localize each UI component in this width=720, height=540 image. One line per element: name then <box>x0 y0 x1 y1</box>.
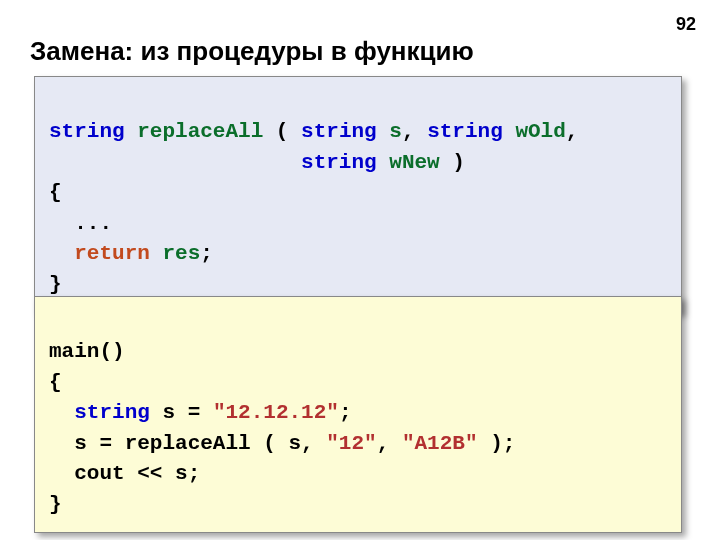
call-lhs: s = replaceAll ( s, <box>74 432 326 455</box>
code-line-3: string s = "12.12.12"; <box>49 401 352 424</box>
semicolon: ; <box>339 401 352 424</box>
call-tail: ); <box>478 432 516 455</box>
string-literal: "12" <box>326 432 376 455</box>
identifier-res: res <box>162 242 200 265</box>
keyword-string: string <box>427 120 503 143</box>
string-literal: "12.12.12" <box>213 401 339 424</box>
code-line-2: string wNew ) <box>49 151 465 174</box>
indent <box>49 462 74 485</box>
space <box>150 401 163 424</box>
code-line-5: cout << s; <box>49 462 200 485</box>
trailing-comma: , <box>566 120 579 143</box>
keyword-string: string <box>49 120 125 143</box>
keyword-string: string <box>74 401 150 424</box>
space <box>150 242 163 265</box>
code-line-1: main() <box>49 340 125 363</box>
page-number: 92 <box>676 14 696 35</box>
code-line-2: { <box>49 371 62 394</box>
comma: , <box>377 432 402 455</box>
comma: , <box>402 120 427 143</box>
keyword-string: string <box>301 151 377 174</box>
code-block-main: main() { string s = "12.12.12"; s = repl… <box>34 296 682 533</box>
code-block-definition: string replaceAll ( string s, string wOl… <box>34 76 682 313</box>
code-line-1: string replaceAll ( string s, string wOl… <box>49 120 578 143</box>
indent <box>49 242 74 265</box>
cout-statement: cout << s; <box>74 462 200 485</box>
semicolon: ; <box>200 242 213 265</box>
equals: = <box>175 401 213 424</box>
param-s: s <box>389 120 402 143</box>
space <box>377 120 390 143</box>
var-s: s <box>162 401 175 424</box>
keyword-string: string <box>301 120 377 143</box>
code-line-5: return res; <box>49 242 213 265</box>
keyword-return: return <box>74 242 150 265</box>
space <box>377 151 390 174</box>
space <box>125 120 138 143</box>
code-line-4: ... <box>49 212 112 235</box>
code-line-6: } <box>49 273 62 296</box>
space <box>503 120 516 143</box>
indent <box>49 401 74 424</box>
indent <box>49 432 74 455</box>
slide-heading: Замена: из процедуры в функцию <box>30 36 474 67</box>
paren-open: ( <box>263 120 301 143</box>
function-name: replaceAll <box>137 120 263 143</box>
code-line-6: } <box>49 493 62 516</box>
paren-close: ) <box>440 151 465 174</box>
indent <box>49 151 301 174</box>
code-line-4: s = replaceAll ( s, "12", "A12B" ); <box>49 432 515 455</box>
string-literal: "A12B" <box>402 432 478 455</box>
param-wnew: wNew <box>389 151 439 174</box>
param-wold: wOld <box>515 120 565 143</box>
code-line-3: { <box>49 181 62 204</box>
